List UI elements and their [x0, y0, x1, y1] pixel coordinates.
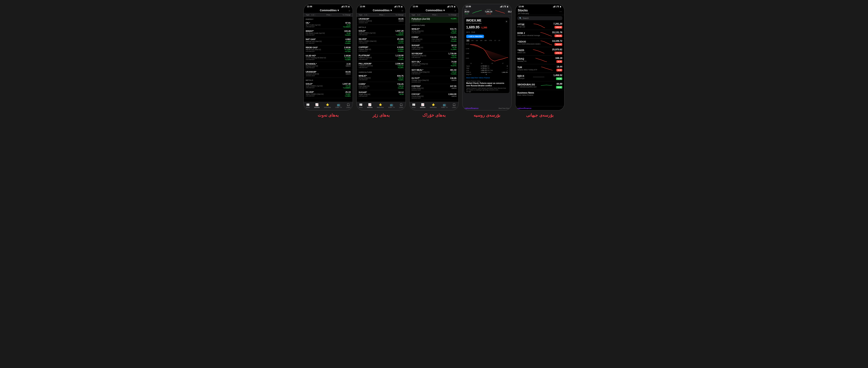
stat-52wl: 52W L1,681.55 [487, 72, 508, 73]
nav-markets-3[interactable]: 📈Markets [420, 103, 426, 108]
nav-watchlists-2[interactable]: ⭐Watchlists [377, 103, 384, 108]
ticker-ftse[interactable]: ^FTSE 7,291.20 -206.98 [485, 9, 492, 15]
list-item[interactable]: CORN*Corn (May'22)3:50 AM EST 716.25+35.… [357, 82, 405, 90]
close-icon[interactable]: ✕ [505, 20, 508, 23]
list-item[interactable]: SOY OIL*Soybean Oil (May'22)3:53 AM EST … [410, 60, 458, 68]
list-item[interactable]: GOLD*Gold COMEX (Apr'22)3:56 AM EST 1,94… [304, 82, 352, 90]
list-item[interactable]: CORN*Corn (May'22)3:50 AM EST 716.25+35.… [410, 35, 458, 43]
tab-ytd[interactable]: YTD [488, 39, 493, 42]
index-card: IMOEX.ME MOEX Russia Index ✕ 1,689.95 -1… [464, 17, 510, 93]
bottom-nav-1: 📰News 📈Markets ⭐Watchlists 📺CNBC TV 🎧Lis… [304, 102, 352, 110]
nav-markets-2[interactable]: 📈Markets [367, 103, 373, 108]
search-icon-3[interactable]: ⌕ [455, 9, 456, 12]
nav-listen-1[interactable]: 🎧Listen [346, 103, 350, 108]
list-item[interactable]: SILVER*Silver COMEX (Mar'22)3:56 AM EST … [357, 37, 405, 45]
more-data-link[interactable]: More Data from Yahoo Finance [464, 76, 509, 80]
list-item[interactable]: SOYBEAN*Soybeans (May'22)3:56 AM EST 1,7… [410, 52, 458, 60]
list-item[interactable]: COCOA*Cocoa (May'22)02/23/22 EST 2,664.0… [410, 92, 458, 100]
stock-row-ftse[interactable]: ^FTSEFTSE 100 7,291.20-206.98 [516, 21, 564, 30]
nav-watchlists-1[interactable]: ⭐Watchlists [324, 103, 331, 108]
video-title: Market Check: Futures waver as concerns … [466, 82, 508, 87]
menu-icon[interactable]: ··· [559, 10, 562, 13]
nav-cnbctv-1[interactable]: 📺CNBC TV [335, 103, 342, 108]
nav-news-2[interactable]: 📰News [359, 103, 363, 108]
watchlist-button[interactable]: + Add to Watchlist [466, 35, 484, 38]
gdaxi-sparkline [540, 40, 552, 45]
search-bar[interactable]: 🔍 Search [517, 16, 562, 20]
phone-wrapper-4: 12:06 LTE▮ OIL 28.53 +0.29 [462, 4, 512, 118]
nav-news-1[interactable]: 📰News [306, 103, 310, 108]
list-item[interactable]: URANIUM*Uranium (Feb'23)10/19/21 EST 44.… [357, 17, 405, 25]
index-change: -1,395 [480, 26, 487, 29]
tab-1w[interactable]: 1W [470, 39, 474, 42]
ticker-dowj[interactable]: DOW J 33,131.76 -464.85 [508, 9, 512, 15]
stats-grid: Open2,735.88 Vol0 High2,740.31 P/E– Low1… [464, 64, 509, 76]
stock-row-sboxdubai[interactable]: SBOXDUBAI.SG** <DE000A0JZRR4.SG> 84.89+0… [516, 81, 564, 90]
list-item[interactable]: BRENT*ICE Brent Crude (Apr'22)9:56 AM BS… [304, 29, 352, 37]
search-icon-1[interactable]: ⌕ [349, 9, 350, 12]
nav-markets-1[interactable]: 📈Markets [314, 103, 319, 108]
list-item[interactable]: WHEAT*Wheat (May'22)3:55 AM EST 934.75+5… [357, 74, 405, 82]
nav-news-3[interactable]: 📰News [412, 103, 416, 108]
stocks-title: Stocks [518, 9, 529, 12]
stock-row-tur[interactable]: TURiShares MSCI Turkey ETF 19.44-0.28 [516, 64, 564, 73]
stock-row-dowj[interactable]: DOW JDow Jones Industrial Average 33,131… [516, 30, 564, 38]
list-item[interactable]: PLATINUM*Platinum (Apr'22)3:55 AM EST 1,… [357, 53, 405, 61]
list-item[interactable]: OJ FUT*Orange Juice (May'22)02/23/22 EST… [410, 76, 458, 84]
phone-label-1: بەهای نەوت [318, 113, 339, 118]
phone-wrapper-2: 12:06 LTE ▮ Commodities ▾ ⌕ TypeA-Z [356, 4, 406, 118]
list-item[interactable]: GOLD*Gold COMEX (Apr'22)3:56 AM EST 1,94… [357, 29, 405, 37]
tab-1y[interactable]: 1Y [494, 39, 497, 42]
list-item[interactable]: Palladium (Jun'22)3:56 AM EST +6.29% [410, 17, 458, 23]
tab-1d[interactable]: 1D [466, 39, 470, 42]
tab-1m[interactable]: 1M [475, 39, 478, 42]
stocks-date: 24 February [518, 12, 529, 15]
list-item[interactable]: ETHANOL*Ethanol (Apr'22)4:00 PM EST 2.16… [304, 62, 352, 70]
col-change-1[interactable]: % Change [343, 14, 351, 16]
biz-news-sub: From Yahoo Finance [517, 94, 562, 96]
stock-row-iqdx[interactable]: IQD=XUSD/IQD 1,458.52+0.00 [516, 73, 564, 81]
content-5[interactable]: ^FTSEFTSE 100 7,291.20-206.98 DOW JDow J… [516, 21, 564, 106]
nav-cnbctv-3[interactable]: 📺CNBC TV [441, 103, 448, 108]
list-item[interactable]: OIL*WTI Crude (Apr'22)3:56 AM EST 97.91+… [304, 21, 352, 29]
list-item[interactable]: NAT GAS*Natural Gas (Mar'22)3:47 AM EST … [304, 37, 352, 45]
time-2: 12:06 [360, 5, 365, 8]
list-item[interactable]: PALLADIUM*Palladium (Jun'22)3:56 AM EST … [357, 61, 405, 70]
content-3[interactable]: Palladium (Jun'22)3:56 AM EST +6.29% AGR… [410, 17, 458, 102]
stock-row-gdaxi[interactable]: ^GDAXIDAX PERFORMANCE-INDEX 14,106.72-52… [516, 38, 564, 47]
section-metals-2: METALS [357, 25, 405, 29]
video-time: 1w ago [466, 91, 508, 92]
ticker-oil[interactable]: OIL 28.53 +0.29 [464, 9, 469, 15]
list-item[interactable]: SUGAR*Sugar (May'22)3:56 AM EST 18.12+0.… [410, 43, 458, 52]
index-price: 1,689.95 [466, 25, 479, 29]
col-price-1[interactable]: Price ↕ [327, 14, 332, 16]
content-1[interactable]: ENERGY OIL*WTI Crude (Apr'22)3:56 AM EST… [304, 17, 352, 102]
list-item[interactable]: WHEAT*Wheat (May'22)3:55 AM EST 934.75+5… [410, 27, 458, 35]
search-icon-2[interactable]: ⌕ [402, 9, 403, 12]
nav-listen-2[interactable]: 🎧Listen [399, 103, 403, 108]
phone-wrapper-3: 12:06 LTE▮ Commodities ▾ ⌕ TypeA-Z ↕ P [409, 4, 459, 118]
stock-row-n225[interactable]: ^N225Nikkei 225 25,970.82-478.79 [516, 47, 564, 56]
col-az-1[interactable]: A-Z ↕ [311, 14, 316, 16]
nav-listen-3[interactable]: 🎧Listen [452, 103, 456, 108]
list-item[interactable]: SUGAR*Sugar (May'22)3:55 AM EST 18.12+0.… [357, 90, 405, 98]
list-item[interactable]: URANIUM*Uranium (Feb'23)10/19/21 EST 44.… [304, 70, 352, 78]
list-item[interactable]: COFFEE*Coffee (May'22)02/23/22 EST 247.5… [410, 84, 458, 92]
list-item[interactable]: ULSD HO*ULSD Heating Oil (Mar'22)3:25 AM… [304, 54, 352, 62]
list-item[interactable]: RBOB GAS*RBOB Gas (Mar'22)3:54 AM EST 2.… [304, 45, 352, 54]
list-item[interactable]: SILVER*Silver COMEX (Mar'22)3:56 AM EST … [304, 90, 352, 98]
status-bar-1: 12:06 LTE ▮ [304, 4, 352, 8]
global-phone: 12:06 LTE▮ Stocks 24 February ··· 🔍 Sea [515, 4, 565, 111]
nav-watchlists-3[interactable]: ⭐Watchlists [430, 103, 437, 108]
tab-2y[interactable]: 2Y [498, 39, 501, 42]
tab-3m[interactable]: 3M [479, 39, 483, 42]
bottom-nav-3: 📰News 📈Markets ⭐Watchlists 📺CNBC TV 🎧Lis… [410, 102, 458, 110]
stock-row-ndaq[interactable]: NDAQNasdaq, Inc. 168.19-0.78 [516, 56, 564, 64]
list-item[interactable]: COPPER*Copper (Mar'22)3:56 AM EST 4.5105… [357, 45, 405, 53]
list-item[interactable]: SOY MEAL*Soybean Meal (May'22)3:56 AM ES… [410, 68, 458, 76]
status-icons-2: LTE ▮ [394, 5, 402, 8]
tab-6m[interactable]: 6M [484, 39, 487, 42]
app-header-3: Commodities ▾ ⌕ [410, 8, 458, 13]
nav-cnbctv-2[interactable]: 📺CNBC TV [388, 103, 395, 108]
content-2[interactable]: URANIUM*Uranium (Feb'23)10/19/21 EST 44.… [357, 17, 405, 102]
